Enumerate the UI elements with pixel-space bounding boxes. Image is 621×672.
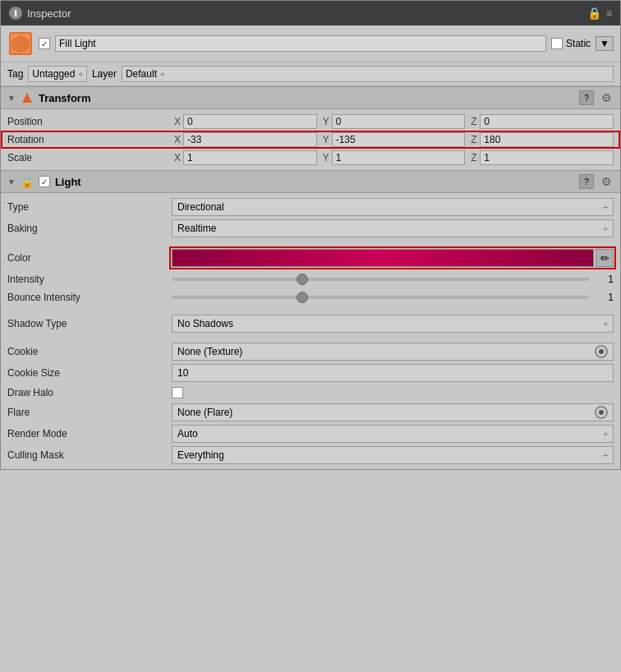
- shadow-dropdown[interactable]: No Shadows ÷: [172, 315, 614, 333]
- static-dropdown[interactable]: ▼: [596, 36, 614, 51]
- position-label: Position: [7, 116, 172, 127]
- render-mode-value: Auto ÷: [172, 425, 614, 443]
- transform-icon: [21, 91, 34, 104]
- rotation-x-label: X: [172, 134, 183, 145]
- scale-y-label: Y: [320, 152, 332, 163]
- bounce-slider-track[interactable]: [172, 296, 589, 299]
- scale-z-field[interactable]: [480, 150, 614, 165]
- cookie-row: Cookie None (Texture): [1, 341, 620, 362]
- lock-icon[interactable]: 🔒: [587, 7, 601, 20]
- cookie-dot[interactable]: [595, 345, 608, 358]
- type-value-text: Directional: [177, 201, 224, 213]
- rotation-z-field[interactable]: [480, 132, 614, 147]
- shadow-value: No Shadows ÷: [172, 315, 614, 333]
- bounce-slider-container: 1: [172, 292, 614, 303]
- light-enabled-checkbox[interactable]: [39, 176, 50, 187]
- type-arrow: ÷: [604, 203, 609, 212]
- scale-label: Scale: [7, 152, 172, 163]
- flare-value-text: None (Flare): [177, 407, 232, 418]
- draw-halo-checkbox[interactable]: [172, 387, 183, 398]
- transform-section-header: ▼ Transform ? ⚙: [1, 86, 620, 109]
- color-row: Color ✏: [1, 246, 620, 270]
- eyedropper-button[interactable]: ✏: [596, 249, 614, 267]
- render-mode-dropdown[interactable]: Auto ÷: [172, 425, 614, 443]
- culling-value-text: Everything: [177, 449, 224, 461]
- rotation-x-field[interactable]: [183, 132, 317, 147]
- layer-select[interactable]: Default ÷: [122, 66, 614, 82]
- static-label: Static: [566, 38, 591, 49]
- shadow-arrow: ÷: [604, 320, 609, 329]
- tag-arrow: ÷: [78, 70, 83, 79]
- scale-y-field[interactable]: [332, 150, 466, 165]
- info-icon: ℹ: [9, 7, 22, 20]
- culling-value: Everything ÷: [172, 446, 614, 464]
- scale-x-label: X: [172, 152, 183, 163]
- culling-arrow: ÷: [604, 451, 609, 460]
- cookie-size-label: Cookie Size: [7, 367, 172, 379]
- static-checkbox[interactable]: [551, 38, 563, 49]
- position-y-field[interactable]: [332, 114, 466, 129]
- cookie-value-text: None (Texture): [177, 346, 242, 357]
- position-value: X Y Z: [172, 114, 614, 129]
- tag-layer-row: Tag Untagged ÷ Layer Default ÷: [1, 62, 620, 86]
- shadow-value-text: No Shadows: [177, 318, 233, 329]
- gameobject-name-field[interactable]: [55, 35, 546, 52]
- cube-icon: [7, 30, 34, 57]
- color-swatch[interactable]: [172, 249, 594, 267]
- cookie-size-field[interactable]: [172, 364, 614, 382]
- light-settings-button[interactable]: ⚙: [599, 174, 614, 189]
- position-row: Position X Y Z: [1, 113, 620, 131]
- gameobject-active-checkbox[interactable]: [39, 38, 50, 49]
- position-z-label: Z: [468, 116, 480, 127]
- culling-label: Culling Mask: [7, 449, 172, 461]
- transform-help-button[interactable]: ?: [579, 90, 594, 105]
- rotation-y-field[interactable]: [332, 132, 466, 147]
- transform-settings-button[interactable]: ⚙: [599, 90, 614, 105]
- bounce-slider-thumb[interactable]: [297, 292, 308, 303]
- intensity-slider-thumb[interactable]: [297, 274, 308, 285]
- baking-value: Realtime ÷: [172, 219, 614, 237]
- menu-icon[interactable]: ≡: [606, 7, 612, 19]
- flare-label: Flare: [7, 407, 172, 418]
- cookie-value: None (Texture): [172, 343, 614, 361]
- intensity-value: 1: [172, 274, 614, 285]
- flare-dot[interactable]: [595, 406, 608, 419]
- render-mode-arrow: ÷: [604, 430, 609, 439]
- tag-select[interactable]: Untagged ÷: [28, 66, 87, 82]
- title-bar: ℹ Inspector 🔒 ≡: [1, 1, 620, 25]
- transform-properties: Position X Y Z Rotation X Y: [1, 109, 620, 170]
- light-collapse-arrow[interactable]: ▼: [7, 177, 16, 186]
- cookie-size-value: [172, 364, 614, 382]
- flare-selector[interactable]: None (Flare): [172, 403, 614, 421]
- light-lock-icon: 🔒: [21, 176, 34, 188]
- window-title: Inspector: [27, 7, 71, 20]
- intensity-slider-track[interactable]: [172, 278, 589, 281]
- intensity-row: Intensity 1: [1, 270, 620, 288]
- scale-x-field[interactable]: [183, 150, 317, 165]
- layer-label: Layer: [92, 68, 117, 80]
- render-mode-value-text: Auto: [177, 428, 198, 440]
- culling-row: Culling Mask Everything ÷: [1, 444, 620, 466]
- cookie-selector[interactable]: None (Texture): [172, 343, 614, 361]
- bounce-label: Bounce Intensity: [7, 292, 172, 303]
- draw-halo-label: Draw Halo: [7, 387, 172, 398]
- position-z-field[interactable]: [480, 114, 614, 129]
- culling-dropdown[interactable]: Everything ÷: [172, 446, 614, 464]
- gameobject-row: Static ▼: [1, 25, 620, 62]
- position-x-field[interactable]: [183, 114, 317, 129]
- scale-row: Scale X Y Z: [1, 149, 620, 167]
- tag-label: Tag: [7, 68, 23, 80]
- baking-dropdown[interactable]: Realtime ÷: [172, 219, 614, 237]
- position-x-label: X: [172, 116, 183, 127]
- light-help-button[interactable]: ?: [579, 174, 594, 189]
- transform-collapse-arrow[interactable]: ▼: [7, 94, 16, 103]
- type-dropdown[interactable]: Directional ÷: [172, 198, 614, 216]
- tag-value: Untagged: [32, 68, 75, 80]
- eyedropper-icon: ✏: [600, 252, 610, 265]
- shadow-label: Shadow Type: [7, 318, 172, 329]
- render-mode-label: Render Mode: [7, 428, 172, 440]
- scale-value: X Y Z: [172, 150, 614, 165]
- scale-xyz: X Y Z: [172, 150, 614, 165]
- position-y-label: Y: [320, 116, 332, 127]
- flare-row: Flare None (Flare): [1, 402, 620, 423]
